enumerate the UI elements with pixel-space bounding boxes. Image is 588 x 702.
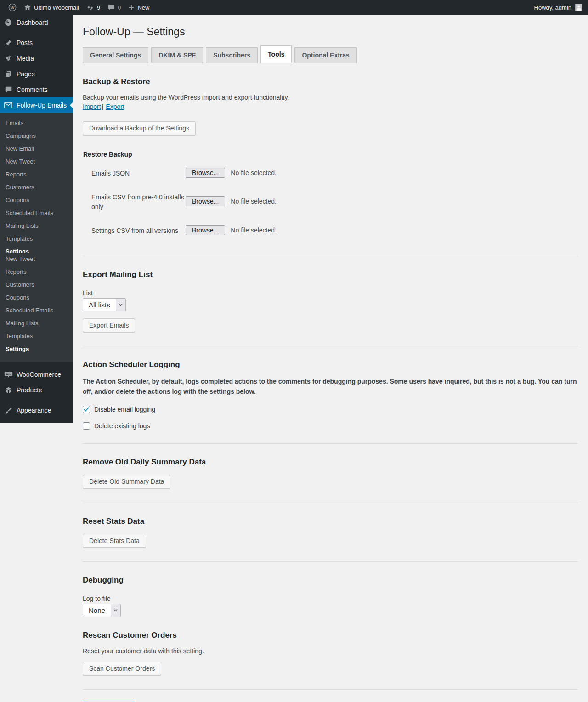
browse-button[interactable]: Browse... <box>186 225 225 235</box>
submenu-item-emails[interactable]: Emails <box>0 117 74 130</box>
sidebar-item-label: Appearance <box>17 407 51 414</box>
sidebar-item-label: Media <box>17 55 34 62</box>
settings-tabs: General Settings DKIM & SPF Subscribers … <box>83 45 578 63</box>
sidebar-item-follow-up-emails[interactable]: Follow-Up Emails <box>0 97 74 113</box>
page-title: Follow-Up — Settings <box>83 23 578 41</box>
export-emails-button[interactable]: Export Emails <box>83 318 135 332</box>
sidebar-item-label: Comments <box>17 86 48 93</box>
dashboard-icon <box>4 18 13 27</box>
sidebar-item-comments[interactable]: Comments <box>0 82 74 97</box>
submenu-item-settings[interactable]: Settings <box>0 245 74 253</box>
tab-dkim-spf[interactable]: DKIM & SPF <box>151 47 203 63</box>
download-backup-button[interactable]: Download a Backup of the Settings <box>83 121 196 135</box>
restore-backup-heading: Restore Backup <box>83 151 578 158</box>
sidebar-item-products[interactable]: Products <box>0 382 74 398</box>
home-icon <box>24 4 31 11</box>
submenu-item-scheduled-emails[interactable]: Scheduled Emails <box>0 207 74 220</box>
media-icon <box>4 54 13 63</box>
chevron-down-icon <box>116 299 125 311</box>
envelope-icon <box>4 101 13 110</box>
sidebar-item-pages[interactable]: Pages <box>0 66 74 82</box>
delete-stats-button[interactable]: Delete Stats Data <box>83 534 146 548</box>
submenu-item-new-email[interactable]: New Email <box>0 142 74 155</box>
settings-csv-file-input: Browse... No file selected. <box>186 225 277 236</box>
delete-existing-logs-row: Delete existing logs <box>83 422 578 430</box>
submenu-item-templates[interactable]: Templates <box>0 232 74 245</box>
sidebar-item-dashboard[interactable]: Dashboard <box>0 15 74 30</box>
no-file-text: No file selected. <box>231 198 277 205</box>
scan-customer-orders-button[interactable]: Scan Customer Orders <box>83 662 161 675</box>
delete-existing-logs-checkbox[interactable] <box>83 422 90 430</box>
submenu-item-mailing-lists[interactable]: Mailing Lists <box>0 220 74 232</box>
submenu-item-templates[interactable]: Templates <box>0 330 74 343</box>
checkbox-label[interactable]: Delete existing logs <box>94 422 150 430</box>
submenu-item-mailing-lists[interactable]: Mailing Lists <box>0 317 74 330</box>
paintbrush-icon <box>4 406 13 415</box>
sidebar-item-posts[interactable]: Posts <box>0 35 74 51</box>
log-to-file-label: Log to file <box>83 595 578 602</box>
pushpin-icon <box>4 38 13 47</box>
submenu-item-coupons[interactable]: Coupons <box>0 291 74 304</box>
log-to-file-select-value: None <box>83 604 111 617</box>
submenu-item-reports[interactable]: Reports <box>0 266 74 278</box>
follow-up-emails-submenu: Emails Campaigns New Email New Tweet Rep… <box>0 113 74 362</box>
browse-button[interactable]: Browse... <box>186 168 225 178</box>
tab-subscribers[interactable]: Subscribers <box>206 47 258 63</box>
tab-general-settings[interactable]: General Settings <box>83 47 148 63</box>
browse-button[interactable]: Browse... <box>186 196 225 206</box>
reset-stats-heading: Reset Stats Data <box>83 517 578 526</box>
log-to-file-select[interactable]: None <box>83 604 121 617</box>
submenu-item-coupons[interactable]: Coupons <box>0 194 74 207</box>
action-scheduler-description: The Action Scheduler, by default, logs c… <box>83 377 578 396</box>
submenu-item-customers[interactable]: Customers <box>0 278 74 291</box>
submenu-item-new-tweet[interactable]: New Tweet <box>0 253 74 266</box>
delete-old-summary-button[interactable]: Delete Old Summary Data <box>83 475 170 488</box>
comment-bubble-icon <box>107 4 115 11</box>
submenu-item-settings[interactable]: Settings <box>0 343 74 356</box>
menu-separator <box>0 398 74 402</box>
sidebar-item-woocommerce[interactable]: Woo WooCommerce <box>0 367 74 382</box>
admin-bar: W Ultimo Wooemail 9 0 New Howdy, admin <box>0 0 588 15</box>
section-divider <box>83 503 578 503</box>
howdy-text[interactable]: Howdy, admin <box>534 4 571 11</box>
section-divider <box>83 346 578 346</box>
avatar[interactable] <box>575 4 582 11</box>
export-link[interactable]: Export <box>106 103 124 110</box>
no-file-text: No file selected. <box>231 226 277 234</box>
submenu-item-scheduled-emails[interactable]: Scheduled Emails <box>0 304 74 317</box>
debugging-heading: Debugging <box>83 576 578 585</box>
restore-row-settings-csv: Settings CSV from all versions Browse...… <box>83 218 578 242</box>
updates-menu-item[interactable]: 9 <box>83 0 104 15</box>
import-link[interactable]: Import <box>83 103 101 110</box>
new-label: New <box>137 4 149 11</box>
sidebar-item-label: Posts <box>17 39 33 46</box>
list-label: List <box>83 289 578 297</box>
submenu-item-reports[interactable]: Reports <box>0 168 74 181</box>
section-divider <box>83 561 578 562</box>
admin-sidebar: Dashboard Posts Media Pages <box>0 15 74 702</box>
menu-separator <box>0 30 74 35</box>
comments-count: 0 <box>118 4 121 11</box>
svg-text:Woo: Woo <box>6 373 11 375</box>
submenu-item-campaigns[interactable]: Campaigns <box>0 130 74 142</box>
site-menu-item[interactable]: Ultimo Wooemail <box>20 0 83 15</box>
disable-email-logging-row: Disable email logging <box>83 406 578 413</box>
sidebar-item-label: WooCommerce <box>17 371 61 378</box>
tab-tools[interactable]: Tools <box>260 45 292 63</box>
disable-email-logging-checkbox[interactable] <box>83 406 90 413</box>
comments-menu-item[interactable]: 0 <box>104 0 124 15</box>
tab-optional-extras[interactable]: Optional Extras <box>294 47 356 63</box>
list-select[interactable]: All lists <box>83 298 126 311</box>
person-icon <box>576 5 582 11</box>
pages-icon <box>4 69 13 79</box>
submenu-item-new-tweet[interactable]: New Tweet <box>0 155 74 168</box>
checkbox-label[interactable]: Disable email logging <box>94 406 155 413</box>
rescan-orders-heading: Rescan Customer Orders <box>83 631 578 640</box>
submenu-item-customers[interactable]: Customers <box>0 181 74 194</box>
wordpress-logo-icon[interactable]: W <box>5 0 20 15</box>
sidebar-item-appearance[interactable]: Appearance <box>0 402 74 418</box>
new-menu-item[interactable]: New <box>124 0 153 15</box>
main-content: Follow-Up — Settings General Settings DK… <box>74 15 588 702</box>
sidebar-item-label: Products <box>17 386 42 394</box>
sidebar-item-media[interactable]: Media <box>0 51 74 66</box>
